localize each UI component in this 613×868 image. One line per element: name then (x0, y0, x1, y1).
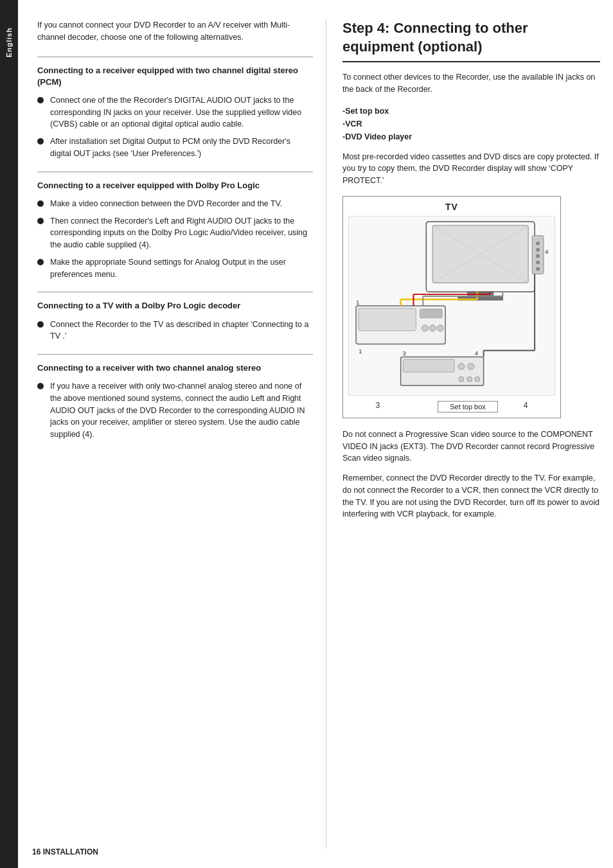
device-list: -Set top box -VCR -DVD Video player (342, 105, 600, 143)
list-item-text: Connect the Recorder to the TV as descri… (50, 319, 313, 343)
right-column: Step 4: Connecting to other equipment (o… (326, 19, 613, 849)
section-tv-dolby-list: Connect the Recorder to the TV as descri… (37, 319, 313, 343)
svg-point-9 (536, 254, 540, 258)
svg-point-8 (536, 248, 540, 252)
list-item: Connect one of the the Recorder's DIGITA… (37, 94, 313, 130)
section-tv-dolby-title: Connecting to a TV with a Dolby Pro Logi… (37, 300, 313, 312)
list-item-text: Make a video connection between the DVD … (50, 198, 282, 210)
diagram-title: TV (348, 202, 555, 212)
section-dolby-list: Make a video connection between the DVD … (37, 198, 313, 281)
svg-point-7 (536, 242, 540, 245)
svg-text:4: 4 (545, 248, 549, 255)
step-title: Step 4: Connecting to other equipment (o… (342, 19, 600, 62)
footer-notes: Do not connect a Progressive Scan video … (342, 429, 600, 520)
main-content: If you cannot connect your DVD Recorder … (18, 0, 613, 868)
svg-point-17 (429, 325, 436, 332)
svg-point-23 (468, 363, 474, 369)
section-dolby: Connecting to a receiver equipped with D… (37, 172, 313, 281)
list-item-text: After installation set Digital Output to… (50, 136, 313, 160)
section-dolby-title: Connecting to a receiver equipped with D… (37, 180, 313, 191)
bullet-icon (37, 218, 44, 224)
svg-point-24 (459, 376, 464, 382)
svg-point-26 (475, 376, 480, 382)
svg-point-10 (536, 260, 540, 264)
section-pcm-title: Connecting to a receiver equipped with t… (37, 65, 313, 88)
list-item: Make a video connection between the DVD … (37, 198, 313, 210)
list-item-text: Then connect the Recorder's Left and Rig… (50, 215, 313, 251)
list-item: After installation set Digital Output to… (37, 136, 313, 160)
sidebar-language-label: English (5, 28, 13, 58)
section-two-channel-title: Connecting to a receiver with two channe… (37, 362, 313, 374)
list-item-text: Connect one of the the Recorder's DIGITA… (50, 94, 313, 130)
bullet-icon (37, 97, 44, 103)
right-intro: To connect other devices to the Recorder… (342, 71, 600, 96)
footer-note-1: Do not connect a Progressive Scan video … (342, 429, 600, 465)
list-item: Make the appropriate Sound settings for … (37, 256, 313, 281)
page-container: English If you cannot connect your DVD R… (0, 0, 613, 868)
diagram-graphic: 4 1 (348, 216, 555, 396)
device-description: Most pre-recorded video cassettes and DV… (342, 151, 600, 187)
section-two-channel-list: If you have a receiver with only two-cha… (37, 380, 313, 441)
list-item-text: If you have a receiver with only two-cha… (50, 380, 313, 441)
section-two-channel: Connecting to a receiver with two channe… (37, 354, 313, 441)
bullet-icon (37, 383, 44, 389)
diagram-number-4: 4 (524, 401, 528, 410)
list-item: If you have a receiver with only two-cha… (37, 380, 313, 441)
device-vcr: -VCR (342, 118, 600, 130)
svg-point-11 (536, 267, 540, 270)
diagram-bottom-row: 3 Set top box 4 (348, 398, 555, 412)
svg-rect-14 (359, 308, 416, 331)
list-item: Then connect the Recorder's Left and Rig… (37, 215, 313, 251)
sidebar: English (0, 0, 18, 868)
svg-point-18 (437, 325, 443, 332)
svg-point-22 (458, 363, 465, 369)
diagram-svg: 4 1 (349, 217, 555, 395)
list-item: Connect the Recorder to the TV as descri… (37, 319, 313, 343)
svg-text:1: 1 (356, 299, 360, 306)
page-footer: 16 INSTALLATION (32, 847, 98, 856)
set-top-box-label: Set top box (438, 401, 498, 412)
device-set-top-box: -Set top box (342, 105, 600, 118)
section-pcm-list: Connect one of the the Recorder's DIGITA… (37, 94, 313, 160)
diagram-number-3: 3 (375, 401, 380, 410)
device-dvd: -DVD Video player (342, 130, 600, 143)
footer-note-2: Remember, connect the DVD Recorder direc… (342, 472, 600, 520)
svg-text:1: 1 (359, 348, 362, 355)
svg-rect-15 (420, 309, 442, 318)
svg-point-16 (422, 325, 428, 332)
bullet-icon (37, 321, 44, 328)
left-column: If you cannot connect your DVD Recorder … (18, 19, 326, 849)
svg-rect-21 (404, 359, 454, 372)
svg-text:3: 3 (403, 350, 407, 357)
connection-diagram: TV (342, 196, 561, 418)
bullet-icon (37, 138, 44, 145)
list-item-text: Make the appropriate Sound settings for … (50, 256, 313, 281)
section-tv-dolby: Connecting to a TV with a Dolby Pro Logi… (37, 292, 313, 342)
svg-text:4: 4 (475, 350, 479, 357)
bullet-icon (37, 259, 44, 265)
bullet-icon (37, 200, 44, 207)
section-pcm: Connecting to a receiver equipped with t… (37, 57, 313, 160)
svg-point-25 (467, 376, 472, 382)
intro-paragraph: If you cannot connect your DVD Recorder … (37, 19, 313, 44)
